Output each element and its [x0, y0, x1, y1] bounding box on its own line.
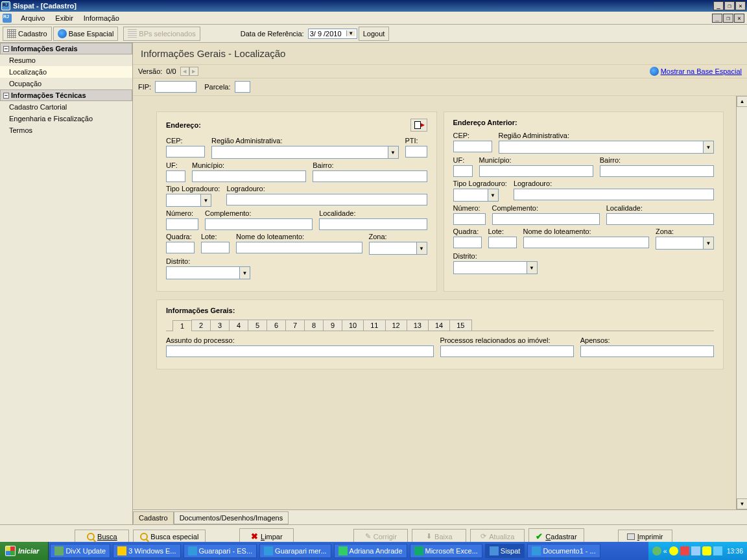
info-tab-6[interactable]: 6: [267, 320, 286, 331]
prev-version-button[interactable]: ◄: [180, 67, 189, 76]
mdi-close-button[interactable]: ✕: [734, 14, 744, 23]
cep-ant-input[interactable]: [453, 141, 492, 152]
next-version-button[interactable]: ►: [189, 67, 198, 76]
mdi-restore-button[interactable]: ❐: [723, 14, 733, 23]
sidebar-item-localizacao[interactable]: Localização: [0, 66, 132, 78]
regiao-ant-combo[interactable]: ▼: [499, 141, 715, 154]
info-tab-2[interactable]: 2: [191, 320, 211, 331]
restore-button[interactable]: ❐: [724, 1, 735, 10]
fip-input[interactable]: [155, 81, 196, 93]
distrito-combo[interactable]: ▼: [166, 266, 250, 279]
start-button[interactable]: Iniciar: [0, 542, 49, 560]
logradouro-ant-input[interactable]: [514, 189, 714, 200]
taskbar-item[interactable]: 3 Windows E...: [113, 544, 180, 558]
tipo-logradouro-ant-combo[interactable]: ▼: [453, 189, 499, 202]
taskbar-item[interactable]: Microsoft Exce...: [410, 544, 482, 558]
menu-exibir[interactable]: Exibir: [50, 13, 78, 23]
regiao-combo[interactable]: ▼: [211, 146, 399, 159]
menu-bar: Arquivo Exibir Informação _ ❐ ✕: [0, 12, 747, 25]
zona-ant-combo[interactable]: ▼: [656, 237, 714, 250]
tab-documentos[interactable]: Documentos/Desenhos/Imagens: [174, 511, 289, 524]
cep-input[interactable]: [166, 146, 205, 158]
info-tab-1[interactable]: 1: [172, 320, 192, 331]
data-referencia-combo[interactable]: 3/ 9 /2010▼: [308, 29, 357, 39]
taskbar-item[interactable]: Guarapari mer...: [259, 544, 331, 558]
nome-loteamento-input[interactable]: [236, 242, 362, 253]
scroll-up-button[interactable]: ▲: [737, 96, 747, 107]
bairro-ant-input[interactable]: [600, 165, 714, 177]
tray-help-icon[interactable]: [652, 546, 661, 555]
tray-volume-icon[interactable]: [691, 546, 700, 555]
toolbar-cadastro[interactable]: Cadastro: [3, 27, 52, 41]
logradouro-input[interactable]: [226, 194, 427, 205]
clock[interactable]: 13:36: [727, 548, 743, 555]
taskbar-item[interactable]: Guarapari - ES...: [184, 544, 257, 558]
localidade-ant-input[interactable]: [606, 213, 714, 225]
municipio-input[interactable]: [192, 170, 306, 182]
system-tray[interactable]: « 13:36: [648, 542, 747, 560]
tab-cadastro[interactable]: Cadastro: [133, 511, 174, 524]
toolbar-base-espacial[interactable]: Base Espacial: [53, 27, 119, 41]
distrito-ant-combo[interactable]: ▼: [453, 261, 538, 274]
municipio-ant-input[interactable]: [479, 165, 593, 177]
taskbar-item[interactable]: Sispat: [485, 544, 525, 558]
tipo-logradouro-combo[interactable]: ▼: [166, 194, 211, 207]
lote-ant-input[interactable]: [488, 237, 517, 248]
export-endereco-button[interactable]: [410, 119, 427, 132]
nome-loteamento-ant-input[interactable]: [523, 237, 650, 248]
sidebar-item-ocupacao[interactable]: Ocupação: [0, 78, 132, 89]
info-tab-9[interactable]: 9: [323, 320, 342, 331]
localidade-input[interactable]: [319, 218, 427, 230]
tray-network-icon[interactable]: [713, 546, 722, 555]
tray-bulb-icon[interactable]: [669, 546, 678, 555]
logout-button[interactable]: Logout: [359, 27, 390, 41]
info-tab-12[interactable]: 12: [385, 320, 407, 331]
info-tab-14[interactable]: 14: [428, 320, 450, 331]
sidebar-item-termos[interactable]: Termos: [0, 124, 132, 136]
info-tab-4[interactable]: 4: [229, 320, 248, 331]
info-tab-13[interactable]: 13: [407, 320, 429, 331]
processos-relacionados-input[interactable]: [440, 345, 574, 357]
bairro-input[interactable]: [313, 170, 427, 182]
uf-ant-input[interactable]: [453, 165, 473, 177]
quadra-ant-input[interactable]: [453, 237, 482, 248]
info-tab-15[interactable]: 15: [449, 320, 471, 331]
pti-input[interactable]: [405, 146, 427, 158]
parcela-input[interactable]: [235, 81, 250, 93]
complemento-input[interactable]: [205, 218, 313, 230]
numero-input[interactable]: [166, 218, 198, 230]
info-tab-3[interactable]: 3: [210, 320, 230, 331]
uf-input[interactable]: [166, 170, 185, 182]
sidebar-group-informacoes-gerais[interactable]: −Informações Gerais: [0, 43, 132, 54]
sidebar-item-cadastro-cartorial[interactable]: Cadastro Cartorial: [0, 101, 132, 113]
complemento-ant-input[interactable]: [492, 213, 600, 225]
mostrar-base-espacial-link[interactable]: Mostrar na Base Espacial: [650, 67, 742, 76]
info-tab-7[interactable]: 7: [285, 320, 305, 331]
scroll-down-button[interactable]: ▼: [737, 498, 747, 509]
close-button[interactable]: ✕: [735, 1, 746, 10]
quadra-input[interactable]: [166, 242, 195, 253]
menu-arquivo[interactable]: Arquivo: [16, 13, 50, 23]
info-tab-5[interactable]: 5: [248, 320, 267, 331]
info-tab-10[interactable]: 10: [342, 320, 364, 331]
taskbar-item[interactable]: DivX Update: [50, 544, 110, 558]
scrollbar[interactable]: ▲ ▼: [736, 96, 747, 509]
sidebar-group-informacoes-tecnicas[interactable]: −Informações Técnicas: [0, 89, 132, 101]
toolbar-bps-selecionados[interactable]: BPs selecionados: [123, 27, 200, 41]
apensos-input[interactable]: [580, 345, 714, 357]
menu-informacao[interactable]: Informação: [78, 13, 124, 23]
tray-shield-icon[interactable]: [680, 546, 689, 555]
sidebar-item-engenharia[interactable]: Engenharia e Fiscalização: [0, 113, 132, 124]
info-tab-11[interactable]: 11: [363, 320, 385, 331]
zona-combo[interactable]: ▼: [369, 242, 427, 255]
taskbar-item[interactable]: Documento1 - ...: [527, 544, 600, 558]
taskbar-item[interactable]: Adriana Andrade: [334, 544, 407, 558]
minimize-button[interactable]: _: [713, 1, 724, 10]
tray-chat-icon[interactable]: [702, 546, 711, 555]
assunto-processo-input[interactable]: [166, 345, 434, 357]
info-tab-8[interactable]: 8: [304, 320, 324, 331]
mdi-minimize-button[interactable]: _: [712, 14, 722, 23]
numero-ant-input[interactable]: [453, 213, 486, 225]
lote-input[interactable]: [201, 242, 230, 253]
sidebar-item-resumo[interactable]: Resumo: [0, 54, 132, 66]
